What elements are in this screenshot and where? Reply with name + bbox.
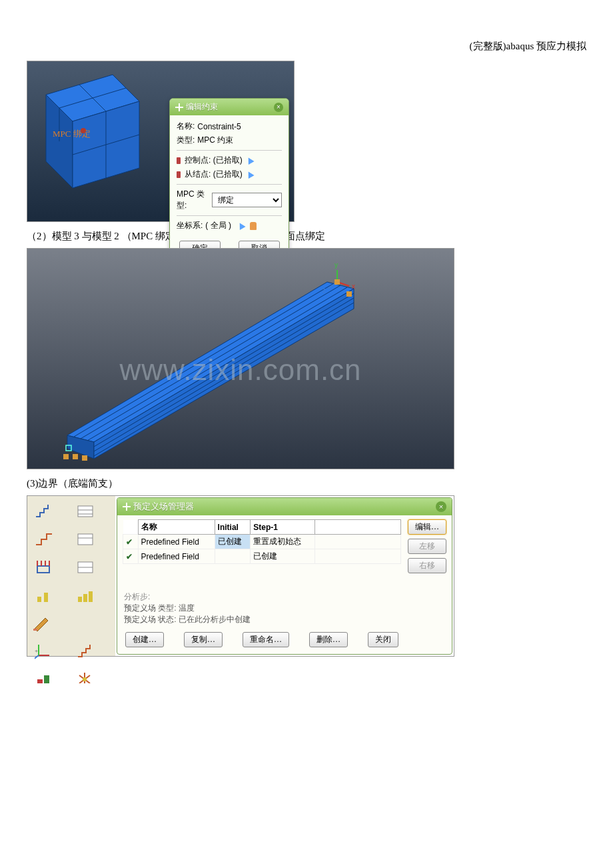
svg-line-11 [74, 283, 334, 437]
close-button[interactable]: 关闭 [368, 632, 398, 647]
svg-rect-28 [82, 455, 87, 461]
pick-icon[interactable] [245, 156, 254, 165]
mpc-point-marker [81, 128, 86, 133]
mesh-icon[interactable] [73, 668, 99, 683]
step-icon[interactable] [73, 640, 99, 663]
manager-panel: 预定义场管理器 × 名称 Initial Step-1 [115, 496, 454, 656]
col-name[interactable]: 名称 [138, 520, 215, 535]
mpc-type-label: MPC 类型: [177, 189, 209, 211]
svg-rect-29 [78, 506, 93, 517]
row-initial: 已创建 [215, 535, 251, 549]
type-value: MPC 约束 [197, 135, 233, 146]
bc-create-icon[interactable] [31, 500, 57, 523]
manager-footer: 创建… 复制… 重命名… 删除… 关闭 [117, 628, 452, 654]
dialog-body: 名称: Constraint-5 类型: MPC 约束 控制点: (已拾取) 从… [170, 115, 289, 237]
manager-side-buttons: 编辑… 左移 右移 [408, 519, 446, 587]
col-step1[interactable]: Step-1 [251, 520, 315, 535]
svg-rect-42 [44, 593, 48, 602]
field-name: 名称: Constraint-5 [177, 119, 282, 133]
svg-rect-43 [78, 597, 82, 602]
svg-text:z: z [322, 287, 326, 294]
amplitude-mgr-icon[interactable] [73, 584, 99, 607]
control-point-label: 控制点: (已拾取) [185, 155, 243, 166]
page-header: (完整版)abaqus 预应力模拟 [27, 40, 586, 53]
load-manager-icon[interactable] [73, 528, 99, 551]
name-label: 名称: [177, 121, 195, 132]
edit-constraint-dialog: 编辑约束 × 名称: Constraint-5 类型: MPC 约束 控制点: … [169, 98, 289, 262]
check-icon: ✔ [123, 549, 139, 564]
predef-field-icon[interactable] [31, 668, 57, 683]
manager-table[interactable]: 名称 Initial Step-1 ✔ Predefined Field 已创建… [123, 519, 401, 587]
manager-titlebar: 预定义场管理器 × [117, 498, 452, 515]
svg-rect-45 [89, 591, 93, 602]
slave-point-row: 从结点: (已拾取) [177, 167, 282, 181]
marker-icon [177, 157, 181, 164]
svg-line-50 [35, 655, 39, 659]
svg-rect-41 [37, 597, 41, 602]
predefined-field-section: + 预定义场管理器 × 名称 [27, 495, 454, 657]
field-type-value: 温度 [179, 603, 195, 613]
mpc-type-row: MPC 类型: 绑定 [177, 187, 282, 213]
svg-line-16 [94, 303, 354, 456]
edit-icon[interactable] [31, 612, 57, 635]
csys-row: 坐标系: ( 全局 ) [177, 219, 282, 233]
manager-icon [123, 503, 131, 511]
row-initial [215, 549, 251, 564]
table-row[interactable]: ✔ Predefined Field 已创建 重置成初始态 [123, 535, 401, 549]
close-icon[interactable]: × [436, 501, 446, 512]
manager-info: 分析步: 预定义场 类型: 温度 预定义场 状态: 已在此分析步中创建 [117, 591, 452, 628]
viewport-constraint: MPC 绑定 编辑约束 × 名称: Constraint-5 类型: MPC 约… [27, 61, 295, 222]
caption-3: (3)边界（底端简支） [27, 477, 586, 490]
slave-point-label: 从结点: (已拾取) [185, 169, 243, 180]
row-name: Predefined Field [138, 535, 215, 549]
person-icon[interactable] [250, 222, 257, 230]
svg-text:x: x [352, 283, 355, 290]
type-label: 类型: [177, 135, 195, 146]
check-icon: ✔ [123, 535, 139, 549]
csys-value: ( 全局 ) [205, 220, 231, 231]
svg-rect-44 [83, 594, 87, 602]
load-create-icon[interactable] [31, 528, 57, 551]
mpc-type-select[interactable]: 绑定 [212, 193, 282, 207]
svg-rect-34 [37, 566, 49, 573]
viewport-beam: x y z www.zixin.com.cn [27, 248, 454, 469]
row-step1: 重置成初始态 [251, 535, 315, 549]
svg-point-57 [83, 677, 87, 681]
svg-rect-32 [78, 534, 93, 545]
create-button[interactable]: 创建… [125, 632, 164, 647]
svg-rect-52 [37, 679, 43, 683]
svg-rect-24 [346, 291, 352, 297]
move-right-button: 右移 [408, 558, 446, 573]
bc-manager-icon[interactable] [73, 500, 99, 523]
amplitude-icon[interactable] [31, 584, 57, 607]
table-row[interactable]: ✔ Predefined Field 已创建 [123, 549, 401, 564]
row-name: Predefined Field [138, 549, 215, 564]
close-icon[interactable]: × [274, 103, 283, 112]
svg-line-15 [94, 298, 354, 451]
field-state-label: 预定义场 状态: [124, 615, 177, 624]
rename-button[interactable]: 重命名… [243, 632, 289, 647]
svg-line-13 [87, 287, 347, 441]
svg-rect-27 [73, 454, 78, 459]
col-initial[interactable]: Initial [215, 520, 251, 535]
svg-rect-47 [33, 629, 37, 631]
field-state-value: 已在此分析步中创建 [179, 615, 251, 624]
pick-icon[interactable] [237, 221, 245, 230]
row-step1: 已创建 [251, 549, 315, 564]
edit-button[interactable]: 编辑… [408, 519, 446, 535]
copy-button[interactable]: 复制… [184, 632, 223, 647]
field-type-label: 预定义场 类型: [124, 603, 177, 613]
delete-button[interactable]: 删除… [309, 632, 348, 647]
caption-2: （2）模型 3 与模型 2 （MPC 绑定）线的端点与模型 3 的外面点绑定 [27, 230, 586, 243]
svg-line-14 [94, 293, 354, 447]
module-toolbar: + [27, 496, 115, 656]
field-create-icon[interactable] [31, 556, 57, 579]
beam-model: x y z [27, 249, 454, 469]
svg-rect-53 [44, 675, 49, 683]
svg-text:y: y [334, 261, 338, 269]
pick-icon[interactable] [245, 170, 254, 179]
csys-icon[interactable]: + [31, 640, 57, 663]
field-manager-icon[interactable] [73, 556, 99, 579]
dialog-title-text: 编辑约束 [186, 101, 218, 113]
svg-text:+: + [35, 647, 38, 654]
